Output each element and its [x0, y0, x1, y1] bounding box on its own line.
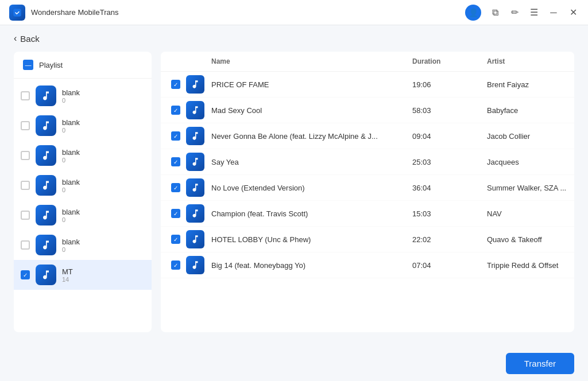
table-row[interactable]: No Love (Extended Version) 36:04 Summer …: [161, 175, 574, 201]
song-icon: [186, 75, 204, 94]
playlist-count: 0: [62, 97, 145, 104]
row-duration: 19:06: [408, 80, 482, 89]
row-artist: Trippie Redd & Offset: [482, 261, 574, 270]
playlist-icon: [36, 205, 56, 226]
playlist-header-label: Playlist: [39, 61, 63, 69]
row-checkbox[interactable]: [171, 106, 180, 115]
row-check[interactable]: [161, 157, 181, 166]
row-name: No Love (Extended Version): [207, 184, 408, 192]
playlist-name: blank: [62, 238, 145, 246]
row-duration: 58:03: [408, 106, 482, 115]
row-artist: Brent Faiyaz: [482, 80, 574, 89]
table-row[interactable]: Big 14 (feat. Moneybagg Yo) 07:04 Trippi…: [161, 252, 574, 278]
row-check[interactable]: [161, 80, 181, 89]
right-panel: Name Duration Artist PRICE OF FAME 19:06…: [161, 52, 574, 332]
row-artist: Babyface: [482, 106, 574, 115]
row-duration: 25:03: [408, 158, 482, 166]
row-duration: 07:04: [408, 261, 482, 270]
edit-icon[interactable]: ✏: [509, 7, 520, 18]
back-button[interactable]: ‹ Back: [14, 33, 40, 44]
row-check[interactable]: [161, 261, 181, 270]
row-check[interactable]: [161, 209, 181, 218]
row-icon-cell: [181, 256, 207, 274]
table-row[interactable]: HOTEL LOBBY (Unc & Phew) 22:02 Quavo & T…: [161, 227, 574, 252]
row-icon-cell: [181, 127, 207, 145]
row-checkbox[interactable]: [171, 131, 180, 141]
playlist-name: MT: [62, 267, 145, 276]
window-icon[interactable]: ⧉: [489, 7, 501, 18]
song-title: Never Gonna Be Alone (feat. Lizzy McAlpi…: [211, 132, 378, 141]
playlist-checkbox[interactable]: [21, 91, 30, 100]
playlist-item[interactable]: blank 0: [14, 141, 152, 170]
row-checkbox[interactable]: [171, 261, 180, 270]
row-icon-cell: [181, 230, 207, 248]
transfer-button[interactable]: Transfer: [506, 353, 574, 374]
row-check[interactable]: [161, 106, 181, 115]
song-icon: [186, 101, 204, 119]
playlist-checkbox[interactable]: [21, 240, 30, 250]
playlist-icon: [36, 115, 56, 136]
row-checkbox[interactable]: [171, 235, 180, 244]
song-title: Mad Sexy Cool: [211, 106, 262, 115]
song-icon: [186, 230, 204, 248]
playlist-checkbox[interactable]: [21, 211, 30, 220]
table-row[interactable]: PRICE OF FAME 19:06 Brent Faiyaz: [161, 72, 574, 98]
playlist-icon: [36, 85, 56, 106]
playlist-item[interactable]: blank 0: [14, 111, 152, 141]
song-icon: [186, 204, 204, 223]
playlist-icon: [36, 265, 56, 285]
select-all-checkbox[interactable]: [23, 60, 33, 70]
row-name: Say Yea: [207, 158, 408, 166]
row-artist: Summer Walker, SZA ...: [482, 184, 574, 192]
row-duration: 22:02: [408, 235, 482, 244]
playlist-name: blank: [62, 88, 145, 97]
playlist-item[interactable]: blank 0: [14, 230, 152, 260]
header-name: Name: [207, 57, 408, 65]
playlist-count: 0: [62, 246, 145, 253]
close-icon[interactable]: ✕: [567, 7, 579, 18]
song-icon: [186, 127, 204, 145]
playlist-item[interactable]: MT 14: [14, 260, 152, 290]
row-icon-cell: [181, 153, 207, 171]
playlist-checkbox[interactable]: [21, 121, 30, 130]
titlebar: Wondershare MobileTrans 👤 ⧉ ✏ ☰ ─ ✕: [0, 0, 588, 25]
table-row[interactable]: Champion (feat. Travis Scott) 15:03 NAV: [161, 201, 574, 227]
playlist-icon: [36, 145, 56, 166]
row-checkbox[interactable]: [171, 209, 180, 218]
row-checkbox[interactable]: [171, 80, 180, 89]
table-row[interactable]: Mad Sexy Cool 58:03 Babyface: [161, 98, 574, 123]
row-icon-cell: [181, 204, 207, 223]
playlist-item[interactable]: blank 0: [14, 81, 152, 111]
menu-icon[interactable]: ☰: [528, 7, 540, 18]
back-label: Back: [20, 34, 39, 44]
song-title: HOTEL LOBBY (Unc & Phew): [211, 235, 311, 244]
avatar-icon[interactable]: 👤: [465, 5, 481, 21]
playlist-item[interactable]: blank 0: [14, 200, 152, 230]
row-checkbox[interactable]: [171, 157, 180, 166]
header-duration: Duration: [408, 57, 482, 65]
playlist-checkbox[interactable]: [21, 151, 30, 160]
app-logo: [9, 5, 25, 21]
minimize-icon[interactable]: ─: [548, 7, 559, 18]
playlist-name: blank: [62, 208, 145, 216]
row-name: PRICE OF FAME: [207, 80, 408, 89]
playlist-icon: [36, 175, 56, 196]
row-check[interactable]: [161, 183, 181, 192]
row-icon-cell: [181, 101, 207, 119]
table-row[interactable]: Say Yea 25:03 Jacquees: [161, 149, 574, 175]
playlist-checkbox[interactable]: [21, 270, 30, 279]
playlist-count: 0: [62, 216, 145, 223]
row-checkbox[interactable]: [171, 183, 180, 192]
playlist-count: 14: [62, 276, 145, 283]
header-artist: Artist: [482, 57, 574, 65]
playlist-icon: [36, 235, 56, 255]
playlist-item[interactable]: blank 0: [14, 170, 152, 200]
playlist-checkbox[interactable]: [21, 181, 30, 190]
back-chevron-icon: ‹: [14, 33, 17, 44]
row-name: Mad Sexy Cool: [207, 106, 408, 115]
row-artist: Jacob Collier: [482, 132, 574, 141]
app-title: Wondershare MobileTrans: [31, 8, 465, 17]
table-row[interactable]: Never Gonna Be Alone (feat. Lizzy McAlpi…: [161, 123, 574, 149]
row-check[interactable]: [161, 235, 181, 244]
row-check[interactable]: [161, 131, 181, 141]
